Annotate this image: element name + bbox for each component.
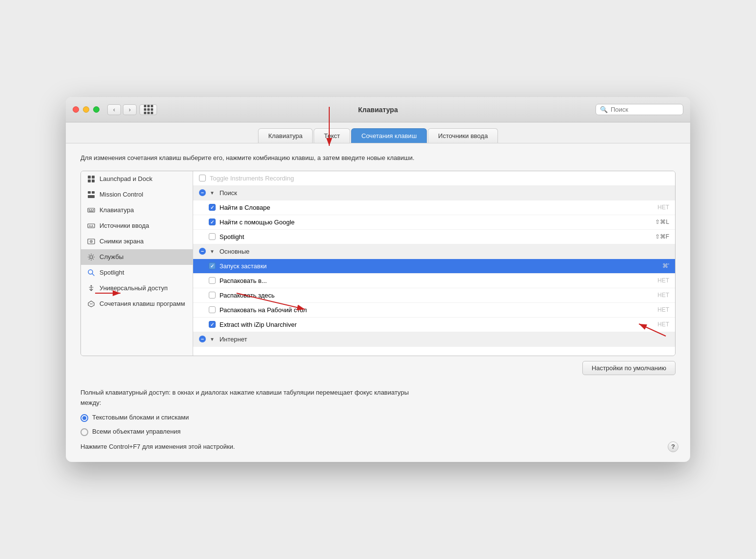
sidebar-item-label: Универсальный доступ [99, 284, 168, 292]
triangle-search-icon: ▼ [210, 190, 215, 196]
shortcut-label-google: Найти с помощью Google [219, 219, 651, 226]
chevron-right-icon: › [129, 106, 131, 113]
shortcut-keys-dictionary: НЕТ [657, 204, 669, 211]
svg-rect-2 [88, 180, 91, 182]
minimize-button[interactable] [83, 106, 89, 113]
tabs-bar: Клавиатура Текст Сочетания клавиш Источн… [66, 122, 690, 143]
tab-text[interactable]: Текст [314, 128, 350, 143]
section-internet[interactable]: ▼ Интернет [193, 332, 675, 347]
shortcut-row-unpack2[interactable]: Распаковать здесь НЕТ [193, 288, 675, 303]
shortcut-keys-unpack2: НЕТ [657, 292, 669, 299]
svg-rect-1 [92, 176, 95, 179]
sidebar: Launchpad и Dock Mission Control Клавиат… [81, 171, 193, 356]
shortcut-row-toggle[interactable]: Toggle Instruments Recording [193, 171, 675, 186]
checkbox-unpack3[interactable] [209, 306, 216, 313]
checkbox-toggle[interactable] [199, 175, 206, 181]
default-settings-button[interactable]: Настройки по умолчанию [582, 361, 676, 375]
radio-label-text-lists: Текстовыми блоками и списками [92, 413, 189, 423]
triangle-internet-icon: ▼ [210, 337, 215, 342]
mission-control-icon [87, 190, 96, 199]
radio-item-text-lists[interactable]: Текстовыми блоками и списками [80, 413, 676, 423]
shortcut-row-unpack1[interactable]: Распаковать в... НЕТ [193, 274, 675, 288]
chevron-left-icon: ‹ [113, 106, 115, 113]
sidebar-item-label: Источники ввода [99, 222, 149, 229]
shortcut-row-izip[interactable]: Extract with iZip Unarchiver НЕТ [193, 318, 675, 332]
full-access-text: Полный клавиатурный доступ: в окнах и ди… [80, 388, 422, 408]
svg-line-19 [92, 274, 94, 276]
search-bar[interactable]: 🔍 [596, 104, 683, 115]
shortcut-row-dictionary[interactable]: Найти в Словаре НЕТ [193, 200, 675, 215]
sidebar-item-accessibility[interactable]: Универсальный доступ [81, 280, 193, 296]
shortcut-row-unpack3[interactable]: Распаковать на Рабочий стол НЕТ [193, 303, 675, 318]
search-icon: 🔍 [600, 106, 608, 113]
shortcut-label-spotlight: Spotlight [219, 233, 651, 240]
back-button[interactable]: ‹ [107, 104, 121, 115]
section-basic-label: Основные [219, 248, 669, 255]
sidebar-item-label: Mission Control [99, 191, 143, 198]
sidebar-item-mission[interactable]: Mission Control [81, 187, 193, 202]
shortcut-label-toggle: Toggle Instruments Recording [210, 175, 669, 182]
help-button[interactable]: ? [668, 441, 678, 452]
section-basic[interactable]: ▼ Основные [193, 244, 675, 259]
svg-point-17 [90, 256, 93, 259]
checkbox-izip[interactable] [209, 321, 216, 328]
collapse-basic-btn[interactable] [199, 248, 206, 255]
radio-all-controls[interactable] [80, 428, 88, 436]
shortcut-row-screensaver[interactable]: Запуск заставки ⌘' [193, 259, 675, 274]
screenshots-icon [87, 237, 96, 246]
shortcut-row-google[interactable]: Найти с помощью Google ⇧⌘L [193, 215, 675, 230]
apps-grid-icon [144, 105, 153, 114]
sidebar-item-services[interactable]: Службы [81, 249, 193, 265]
sidebar-item-app-shortcuts[interactable]: Сочетания клавиш программ [81, 296, 193, 312]
sidebar-item-sources[interactable]: АА Источники ввода [81, 218, 193, 234]
tab-keyboard[interactable]: Клавиатура [258, 128, 313, 143]
checkbox-google[interactable] [209, 219, 216, 225]
keyboard-icon [87, 206, 96, 215]
sidebar-item-keyboard[interactable]: Клавиатура [81, 202, 193, 218]
description-text: Для изменения сочетания клавиш выберите … [80, 153, 519, 163]
collapse-internet-btn[interactable] [199, 336, 206, 342]
maximize-button[interactable] [93, 106, 99, 113]
svg-text:АА: АА [89, 224, 94, 228]
collapse-search-btn[interactable] [199, 189, 206, 196]
sidebar-item-screenshots[interactable]: Снимки экрана [81, 234, 193, 249]
sidebar-item-launchpad[interactable]: Launchpad и Dock [81, 171, 193, 187]
sidebar-item-label: Снимки экрана [99, 238, 144, 245]
section-internet-label: Интернет [219, 336, 669, 343]
forward-button[interactable]: › [123, 104, 137, 115]
svg-point-16 [91, 241, 92, 242]
hint-text: Нажмите Control+F7 для изменения этой на… [80, 442, 676, 452]
bottom-bar: Настройки по умолчанию [80, 356, 676, 380]
radio-item-all-controls[interactable]: Всеми объектами управления [80, 427, 676, 437]
svg-rect-10 [93, 209, 94, 210]
radio-text-lists[interactable] [80, 414, 88, 422]
shortcut-keys-unpack1: НЕТ [657, 277, 669, 284]
checkbox-unpack2[interactable] [209, 292, 216, 299]
shortcut-keys-screensaver: ⌘' [662, 262, 669, 269]
checkbox-unpack1[interactable] [209, 277, 216, 284]
sidebar-item-spotlight[interactable]: Spotlight [81, 265, 193, 280]
shortcut-label-unpack2: Распаковать здесь [219, 292, 654, 299]
shortcut-keys-spotlight: ⇧⌘F [655, 233, 669, 240]
shortcut-label-dictionary: Найти в Словаре [219, 204, 654, 211]
triangle-basic-icon: ▼ [210, 249, 215, 254]
close-button[interactable] [73, 106, 79, 113]
shortcut-label-unpack3: Распаковать на Рабочий стол [219, 306, 654, 314]
section-search[interactable]: ▼ Поиск [193, 186, 675, 200]
spotlight-icon [87, 268, 96, 277]
checkbox-screensaver[interactable] [209, 262, 216, 269]
footer-section: Полный клавиатурный доступ: в окнах и ди… [80, 388, 676, 452]
tab-shortcuts[interactable]: Сочетания клавиш [351, 128, 427, 143]
checkbox-spotlight[interactable] [209, 233, 216, 240]
tab-input[interactable]: Источники ввода [428, 128, 498, 143]
grid-button[interactable] [139, 104, 157, 115]
shortcut-label-unpack1: Распаковать в... [219, 277, 654, 284]
svg-rect-4 [88, 191, 91, 194]
search-input[interactable] [611, 106, 679, 113]
checkbox-dictionary[interactable] [209, 204, 216, 211]
app-shortcuts-icon [87, 299, 96, 308]
nav-buttons: ‹ › [107, 104, 137, 115]
svg-rect-11 [89, 211, 94, 212]
launchpad-icon [87, 175, 96, 183]
shortcut-row-spotlight[interactable]: Spotlight ⇧⌘F [193, 230, 675, 244]
